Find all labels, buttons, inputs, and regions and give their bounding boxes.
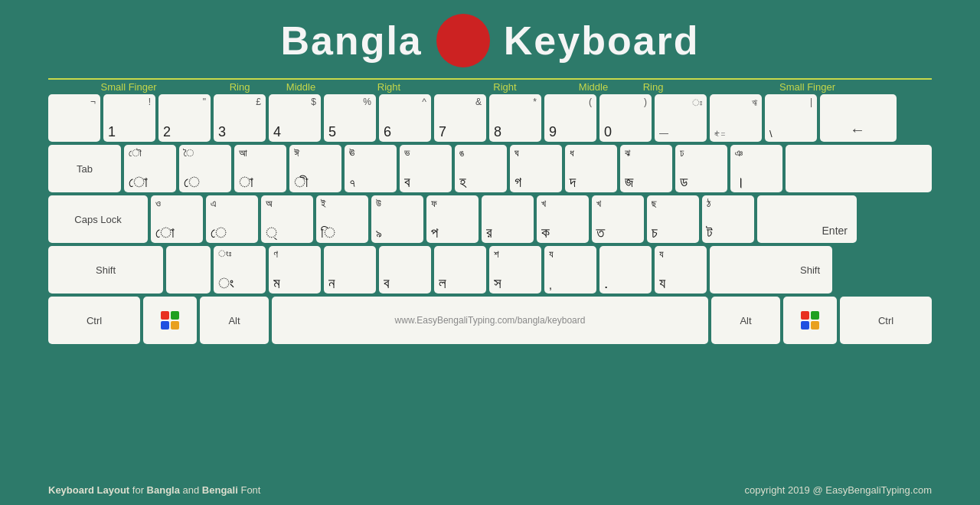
key-shift-right[interactable]: Shift — [710, 246, 832, 293]
key-ctrl-right[interactable]: Ctrl — [840, 297, 932, 344]
key-caps-lock[interactable]: Caps Lock — [48, 195, 148, 243]
key-backtick[interactable]: ¬ ‌ — [48, 94, 100, 142]
title-left: Bangla — [280, 18, 422, 64]
key-9[interactable]: ( 9 — [544, 94, 596, 142]
bangladesh-flag — [436, 14, 490, 67]
key-n[interactable]: ল — [434, 246, 486, 293]
key-enter[interactable]: Enter — [757, 195, 857, 243]
asdf-row: Caps Lock ও ো এ ে অ ্ ই ি উ ৯ ফ প র — [48, 195, 932, 243]
key-h[interactable]: ফ প — [426, 195, 479, 243]
key-alt-left[interactable]: Alt — [200, 297, 269, 344]
key-6[interactable]: ^ 6 — [379, 94, 431, 142]
key-quote[interactable]: ঠ ট — [702, 195, 754, 243]
key-win-left[interactable] — [143, 297, 197, 344]
finger-ring-left: Ring — [209, 78, 270, 93]
key-e[interactable]: আ া — [234, 145, 286, 192]
key-win-right[interactable] — [783, 297, 837, 344]
key-i[interactable]: ঘ গ — [510, 145, 562, 192]
key-minus[interactable]: ঃ — — [655, 94, 707, 142]
key-slash[interactable]: য য — [655, 246, 707, 293]
key-1[interactable]: ! 1 — [103, 94, 155, 142]
key-y[interactable]: ভ ব — [400, 145, 452, 192]
finger-labels: Small Finger Ring Middle Right Right Mid… — [0, 78, 980, 93]
key-tab[interactable]: Tab — [48, 145, 121, 192]
key-o[interactable]: ধ দ — [565, 145, 617, 192]
key-l[interactable]: খ ত — [592, 195, 644, 243]
key-g[interactable]: উ ৯ — [371, 195, 423, 243]
key-8[interactable]: * 8 — [489, 94, 541, 142]
key-t[interactable]: ঊ ৭ — [345, 145, 397, 192]
key-x[interactable]: ংঃ ং — [214, 246, 266, 293]
key-p[interactable]: ঝ জ — [620, 145, 672, 192]
key-bracket-right[interactable]: ঞ । — [730, 145, 782, 192]
key-3[interactable]: £ 3 — [214, 94, 266, 142]
finger-right-2: Right — [446, 78, 564, 93]
key-comma[interactable]: য , — [544, 246, 596, 293]
finger-middle-left: Middle — [270, 78, 332, 93]
key-u[interactable]: ঙ হ — [455, 145, 507, 192]
key-equals[interactable]: ঋ + < = — [710, 94, 762, 142]
key-2[interactable]: " 2 — [158, 94, 211, 142]
finger-ring-right: Ring — [623, 78, 683, 93]
bottom-row: Ctrl Alt www.EasyBengaliTyping.com/bangl… — [48, 297, 932, 344]
key-k[interactable]: খ ক — [537, 195, 589, 243]
key-w[interactable]: ৈ ে — [179, 145, 231, 192]
key-alt-right[interactable]: Alt — [711, 297, 780, 344]
key-4[interactable]: $ 4 — [269, 94, 321, 142]
title-right: Keyboard — [504, 18, 700, 64]
key-c[interactable]: ণ ম — [269, 246, 321, 293]
footer-left: Keyboard Layout for Bangla and Bengali F… — [48, 484, 260, 496]
qwerty-row: Tab ৌ ো ৈ ে আ া ঈ ী ঊ ৭ ভ ব ঙ হ — [48, 145, 932, 192]
key-z[interactable] — [166, 246, 211, 293]
key-r[interactable]: ঈ ী — [289, 145, 341, 192]
key-d[interactable]: অ ্ — [261, 195, 313, 243]
key-space[interactable]: www.EasyBengaliTyping.com/bangla/keyboar… — [272, 297, 708, 344]
finger-small-right: Small Finger — [683, 78, 932, 93]
key-0[interactable]: ) 0 — [599, 94, 652, 142]
space-url: www.EasyBengaliTyping.com/bangla/keyboar… — [276, 300, 704, 341]
key-m[interactable]: শ স — [489, 246, 541, 293]
key-b[interactable]: ব — [379, 246, 431, 293]
key-bracket-left[interactable]: ঢ ড — [675, 145, 727, 192]
finger-right-1: Right — [332, 78, 446, 93]
key-backspace[interactable]: ← — [820, 94, 897, 142]
key-5[interactable]: % 5 — [324, 94, 376, 142]
windows-icon-left — [161, 311, 179, 330]
header: Bangla Keyboard — [0, 0, 980, 75]
key-enter-top[interactable] — [786, 145, 932, 192]
key-f[interactable]: ই ি — [316, 195, 368, 243]
key-semicolon[interactable]: ছ চ — [647, 195, 699, 243]
key-j[interactable]: র — [482, 195, 534, 243]
key-ctrl-left[interactable]: Ctrl — [48, 297, 140, 344]
key-a[interactable]: ও ো — [151, 195, 203, 243]
keyboard: ¬ ‌ ! 1 " 2 £ 3 $ 4 % 5 ^ 6 & 7 — [0, 94, 980, 344]
key-s[interactable]: এ ে — [206, 195, 258, 243]
key-shift-left[interactable]: Shift — [48, 246, 163, 293]
finger-middle-right: Middle — [564, 78, 623, 93]
windows-icon-right — [801, 311, 819, 330]
number-row: ¬ ‌ ! 1 " 2 £ 3 $ 4 % 5 ^ 6 & 7 — [48, 94, 932, 142]
finger-small-left: Small Finger — [48, 78, 209, 93]
key-period[interactable]: . — [599, 246, 652, 293]
key-v[interactable]: ন — [324, 246, 376, 293]
footer-right: copyright 2019 @ EasyBengaliTyping.com — [745, 484, 932, 496]
key-q[interactable]: ৌ ো — [124, 145, 176, 192]
footer: Keyboard Layout for Bangla and Bengali F… — [0, 484, 980, 496]
key-7[interactable]: & 7 — [434, 94, 486, 142]
zxcv-row: Shift ংঃ ং ণ ম ন ব ল শ স য , — [48, 246, 932, 293]
key-backslash-num[interactable]: | \ — [765, 94, 817, 142]
